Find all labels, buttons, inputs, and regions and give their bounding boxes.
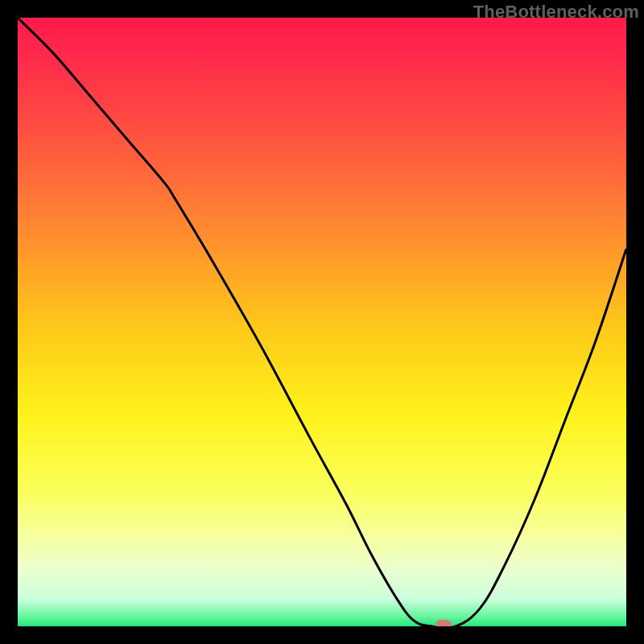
- watermark-text: TheBottleneck.com: [473, 2, 639, 23]
- plot-area: [18, 18, 626, 626]
- chart-frame: TheBottleneck.com: [0, 0, 644, 644]
- gradient-background: [18, 18, 626, 626]
- plot-svg: [18, 18, 626, 626]
- optimal-marker: [436, 620, 452, 626]
